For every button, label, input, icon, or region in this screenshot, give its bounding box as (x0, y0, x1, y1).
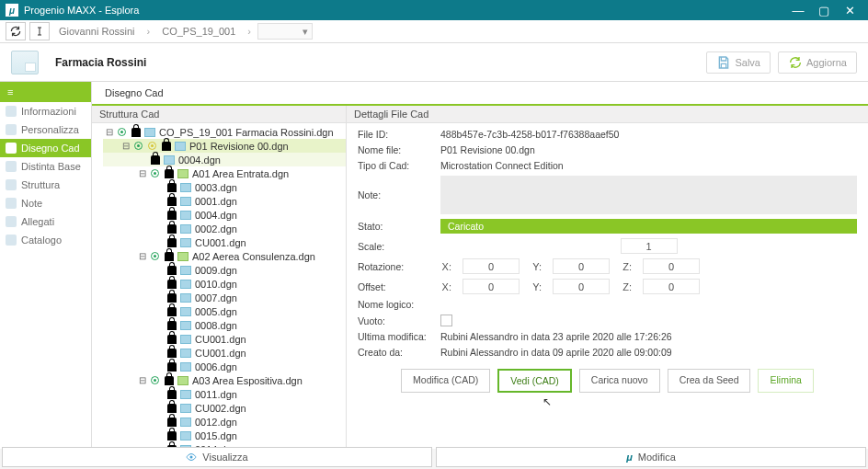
tree-row[interactable]: ⊟A03 Area Espositiva.dgn (103, 373, 346, 387)
status-dot-icon (151, 169, 159, 177)
expand-icon[interactable]: ⊟ (138, 168, 147, 178)
lock-icon (167, 404, 177, 413)
off-y-input[interactable] (553, 279, 610, 294)
nome-logico-label: Nome logico: (358, 299, 440, 310)
sidebar-item-icon (6, 143, 17, 154)
sidebar-item-allegati[interactable]: Allegati (0, 212, 91, 231)
tree-row[interactable]: 0008.dgn (103, 318, 346, 332)
tree-row[interactable]: 0005.dgn (103, 304, 346, 318)
expand-icon[interactable]: ⊟ (121, 141, 131, 151)
tree-row[interactable]: CU002.dgn (103, 401, 346, 415)
tree-row-label: A01 Area Entrata.dgn (192, 168, 289, 179)
rot-x-input[interactable] (463, 258, 520, 274)
sidebar-item-informazioni[interactable]: Informazioni (0, 102, 91, 120)
tree-row-label: 0009.dgn (195, 265, 237, 276)
tree-row[interactable]: ⊟CO_PS_19_001 Farmacia Rossini.dgn (103, 125, 346, 139)
elimina-button[interactable]: Elimina (758, 369, 813, 393)
breadcrumb-dropdown[interactable]: ▾ (257, 23, 313, 40)
nome-file-value: P01 Revisione 00.dgn (440, 144, 535, 155)
modifica-cad-button[interactable]: Modifica (CAD) (401, 369, 490, 393)
expand-icon[interactable]: ⊟ (138, 251, 147, 261)
sidebar-item-note[interactable]: Note (0, 194, 91, 212)
crea-da-seed-button[interactable]: Crea da Seed (668, 369, 751, 393)
rot-x-label: X: (440, 261, 451, 272)
tree-row-label: 0015.dgn (195, 430, 237, 441)
tree-row[interactable]: 0004.dgn (103, 208, 346, 222)
rot-y-input[interactable] (553, 258, 610, 274)
tree-row-label: CU001.dgn (195, 348, 246, 359)
tree-row[interactable]: 0015.dgn (103, 429, 346, 442)
file-icon (180, 349, 191, 358)
tree-row[interactable]: ⊟A02 Aerea Consulenza.dgn (103, 249, 346, 263)
sidebar-item-struttura[interactable]: Struttura (0, 176, 91, 194)
sync-icon (9, 25, 22, 38)
hamburger-button[interactable]: ≡ (0, 82, 91, 102)
sidebar-item-label: Personalizza (21, 124, 79, 135)
cursor-button[interactable] (29, 22, 50, 40)
visualizza-button[interactable]: Visualizza (2, 447, 432, 467)
file-icon (180, 238, 191, 247)
tree-row[interactable]: CU001.dgn (103, 332, 346, 346)
sync-button[interactable] (6, 22, 26, 40)
bottom-bar: Visualizza μ Modifica (2, 447, 866, 467)
tree-row-label: A03 Area Espositiva.dgn (192, 375, 303, 386)
tree-row[interactable]: 0009.dgn (103, 263, 346, 277)
breadcrumb-code[interactable]: CO_PS_19_001 (156, 26, 241, 37)
refresh-label: Aggiorna (806, 57, 847, 68)
tree-row[interactable]: CU001.dgn (103, 346, 346, 360)
tree-row[interactable]: 0006.dgn (103, 360, 346, 373)
tree-row-label: 0001.dgn (195, 196, 237, 207)
toolbar: Giovanni Rossini › CO_PS_19_001 › ▾ (0, 20, 868, 43)
save-button[interactable]: Salva (706, 51, 771, 74)
file-icon (180, 197, 191, 206)
note-label: Note: (358, 189, 440, 200)
rot-z-label: Z: (621, 261, 632, 272)
stato-label: Stato: (358, 221, 440, 232)
tree-row[interactable]: 0003.dgn (103, 180, 346, 194)
main-area: Disegno Cad Struttura Cad ⊟CO_PS_19_001 … (92, 82, 868, 449)
tree-row-label: CU001.dgn (195, 237, 246, 248)
scale-input[interactable] (621, 238, 678, 254)
sidebar-item-catalogo[interactable]: Catalogo (0, 231, 91, 249)
off-x-input[interactable] (463, 279, 520, 294)
note-textarea[interactable] (440, 176, 857, 214)
tree-row[interactable]: 0010.dgn (103, 277, 346, 291)
tree-row[interactable]: 0012.dgn (103, 415, 346, 429)
tree-row[interactable]: ⊟A01 Area Entrata.dgn (103, 166, 346, 180)
expand-icon[interactable]: ⊟ (105, 127, 114, 137)
sidebar-item-personalizza[interactable]: Personalizza (0, 120, 91, 139)
maximize-button[interactable]: ▢ (811, 4, 837, 17)
status-dot-icon (118, 128, 126, 136)
vuoto-checkbox[interactable] (440, 315, 452, 326)
tipo-cad-value: Microstation Connect Edition (440, 160, 564, 171)
off-z-input[interactable] (643, 279, 700, 294)
tree-row[interactable]: 0002.dgn (103, 222, 346, 235)
tree-row[interactable]: 0004.dgn (103, 153, 346, 166)
tree-scroll[interactable]: ⊟CO_PS_19_001 Farmacia Rossini.dgn⊟P01 R… (92, 123, 346, 449)
sidebar-item-disegno-cad[interactable]: Disegno Cad (0, 139, 91, 157)
minimize-button[interactable]: — (785, 4, 811, 17)
vedi-cad-button[interactable]: Vedi (CAD) (497, 369, 572, 393)
refresh-button[interactable]: Aggiorna (778, 51, 857, 74)
modifica-button[interactable]: μ Modifica (436, 447, 866, 467)
carica-nuovo-button[interactable]: Carica nuovo (579, 369, 660, 393)
tree-row[interactable]: CU001.dgn (103, 235, 346, 249)
sidebar-item-icon (6, 161, 17, 172)
file-icon (180, 431, 191, 440)
rot-z-input[interactable] (643, 258, 700, 274)
tree-row[interactable]: 0001.dgn (103, 194, 346, 208)
rot-y-label: Y: (531, 261, 542, 272)
breadcrumb-user[interactable]: Giovanni Rossini (53, 26, 141, 37)
sidebar-item-label: Distinta Base (21, 161, 81, 172)
lock-icon (131, 128, 141, 137)
tree-title: Struttura Cad (92, 106, 346, 123)
tree-row[interactable]: 0011.dgn (103, 387, 346, 401)
breadcrumb-sep-1: › (144, 26, 154, 37)
tree-row[interactable]: ⊟P01 Revisione 00.dgn (103, 139, 346, 153)
tree-row[interactable]: 0007.dgn (103, 291, 346, 304)
sidebar-item-label: Struttura (21, 179, 60, 190)
sidebar-item-distinta-base[interactable]: Distinta Base (0, 157, 91, 176)
close-button[interactable]: ✕ (837, 4, 862, 17)
expand-icon[interactable]: ⊟ (138, 375, 147, 385)
file-icon (144, 128, 155, 137)
